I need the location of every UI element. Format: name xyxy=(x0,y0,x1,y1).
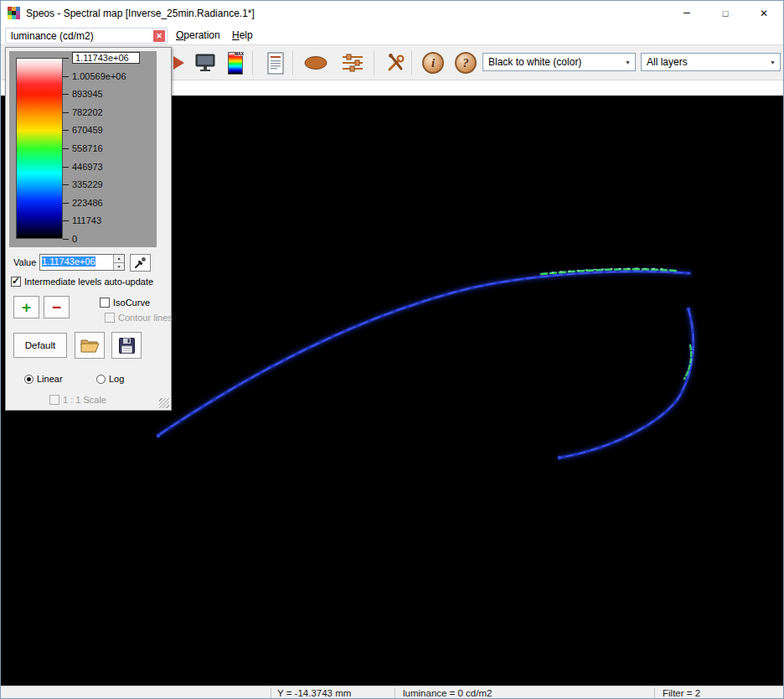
minimize-button[interactable]: – xyxy=(668,1,706,26)
menu-operation[interactable]: Operation xyxy=(171,26,225,44)
minimize-icon: – xyxy=(683,5,690,18)
scale-tick[interactable]: 335229 xyxy=(63,179,103,190)
save-palette-button[interactable] xyxy=(111,332,142,359)
scale-tick[interactable]: 223486 xyxy=(63,197,103,209)
menu-help[interactable]: Help xyxy=(227,26,258,44)
isocurve-label: IsoCurve xyxy=(113,298,150,308)
toolbar-separator xyxy=(411,51,412,75)
close-icon: ✕ xyxy=(760,8,768,19)
titlebar: Speos - Spectral map [Inverse_25min.Radi… xyxy=(1,1,783,26)
chevron-down-icon: ▼ xyxy=(117,264,121,269)
maximize-icon: □ xyxy=(723,8,729,18)
window-controls: – □ ✕ xyxy=(668,1,783,26)
auto-update-checkbox-row[interactable]: Intermediate levels auto-update xyxy=(11,277,153,287)
contour-checkbox-row: Contour lines xyxy=(105,313,173,323)
toolbar-separator xyxy=(374,51,374,75)
toolbar-separator xyxy=(252,51,253,75)
monitor-icon xyxy=(194,52,216,74)
one-to-one-checkbox-row: 1 : 1 Scale xyxy=(49,395,106,405)
ellipse-tool-button[interactable] xyxy=(302,49,329,76)
play-icon xyxy=(173,56,184,70)
app-window: Speos - Spectral map [Inverse_25min.Radi… xyxy=(0,0,784,699)
document-tab[interactable]: luminance (cd/m2) ✕ xyxy=(5,28,168,44)
contour-checkbox xyxy=(105,313,115,323)
status-separator xyxy=(395,688,395,698)
eyedropper-button[interactable] xyxy=(130,254,151,272)
log-label: Log xyxy=(109,374,124,384)
chevron-down-icon: ▼ xyxy=(621,60,635,65)
value-label: Value xyxy=(13,257,36,267)
status-separator xyxy=(271,688,271,698)
scale-tick[interactable]: 111743 xyxy=(63,215,101,226)
report-button[interactable] xyxy=(262,49,289,76)
chevron-up-icon: ▲ xyxy=(117,256,121,261)
tab-close-button[interactable]: ✕ xyxy=(153,30,165,42)
scale-tick[interactable]: 670459 xyxy=(63,124,103,136)
scale-tick[interactable]: 782202 xyxy=(63,106,103,118)
info-icon: i xyxy=(422,52,444,74)
report-icon xyxy=(266,52,285,75)
log-radio-row[interactable]: Log xyxy=(96,374,124,384)
scale-tick[interactable]: 0 xyxy=(63,233,77,245)
colormap-max-icon: MAX xyxy=(228,52,243,75)
one-to-one-checkbox xyxy=(49,395,59,405)
tools-icon xyxy=(384,52,406,74)
default-button[interactable]: Default xyxy=(13,333,67,358)
spinner-up-button[interactable]: ▲ xyxy=(114,255,124,263)
contour-label: Contour lines xyxy=(118,313,173,323)
eyedropper-icon xyxy=(134,256,147,269)
value-spinner: ▲ ▼ xyxy=(113,255,124,270)
layers-dropdown-value: All layers xyxy=(647,56,688,68)
window-title: Speos - Spectral map [Inverse_25min.Radi… xyxy=(26,8,255,19)
panel-resize-grip[interactable] xyxy=(159,398,169,408)
isocurve-checkbox-row[interactable]: IsoCurve xyxy=(100,298,150,308)
help-icon: ? xyxy=(455,52,477,74)
toolbar-separator xyxy=(292,51,293,75)
layers-dropdown[interactable]: All layers ▼ xyxy=(641,53,781,71)
one-to-one-label: 1 : 1 Scale xyxy=(63,395,106,405)
close-icon: ✕ xyxy=(156,32,162,40)
adjust-levels-button[interactable] xyxy=(339,49,366,76)
minus-icon: − xyxy=(52,298,61,317)
sliders-icon xyxy=(341,53,364,73)
color-scale-area: 1.11743e+06 1.00569e+06 893945 782202 67… xyxy=(9,51,157,247)
monitor-view-button[interactable] xyxy=(192,49,219,76)
statusbar: Y = -14.3743 mm luminance = 0 cd/m2 Filt… xyxy=(1,686,783,699)
value-input-text: 1.11743e+06 xyxy=(42,256,95,267)
linear-radio-row[interactable]: Linear xyxy=(24,374,63,384)
color-scale-panel: 1.11743e+06 1.00569e+06 893945 782202 67… xyxy=(5,47,172,411)
status-separator xyxy=(654,688,655,698)
open-palette-button[interactable] xyxy=(75,332,105,359)
status-luminance-readout: luminance = 0 cd/m2 xyxy=(403,687,492,699)
save-icon xyxy=(118,337,136,355)
scale-tick[interactable]: 446973 xyxy=(63,161,103,173)
remove-level-button[interactable]: − xyxy=(44,296,70,318)
status-y-readout: Y = -14.3743 mm xyxy=(277,687,351,699)
tools-button[interactable] xyxy=(382,49,409,76)
plus-icon: + xyxy=(22,298,31,317)
scale-tick[interactable]: 893945 xyxy=(63,88,103,100)
status-filter-readout: Filter = 2 xyxy=(663,687,700,699)
document-tab-label: luminance (cd/m2) xyxy=(11,30,94,42)
scale-tick[interactable]: 1.00569e+06 xyxy=(63,70,126,82)
app-icon xyxy=(8,7,21,20)
add-level-button[interactable]: + xyxy=(13,296,39,318)
isocurve-checkbox[interactable] xyxy=(100,298,110,308)
palette-dropdown-value: Black to white (color) xyxy=(488,56,581,68)
help-button[interactable]: ? xyxy=(452,49,479,76)
log-radio[interactable] xyxy=(96,375,106,384)
colormap-button[interactable]: MAX xyxy=(222,49,249,76)
palette-dropdown[interactable]: Black to white (color) ▼ xyxy=(482,53,636,71)
chevron-down-icon: ▼ xyxy=(766,60,780,65)
scale-tick[interactable]: 558716 xyxy=(63,142,103,154)
color-scale-gradient[interactable] xyxy=(16,58,63,239)
close-button[interactable]: ✕ xyxy=(745,1,783,26)
menubar: luminance (cd/m2) ✕ Operation Help xyxy=(1,26,783,45)
auto-update-checkbox[interactable] xyxy=(11,277,21,287)
value-input[interactable]: 1.11743e+06 ▲ ▼ xyxy=(39,254,125,271)
linear-radio[interactable] xyxy=(24,375,34,384)
maximize-button[interactable]: □ xyxy=(706,1,745,26)
scale-tick-current[interactable]: 1.11743e+06 xyxy=(63,52,140,64)
info-button[interactable]: i xyxy=(420,49,446,76)
spinner-down-button[interactable]: ▼ xyxy=(114,263,124,271)
